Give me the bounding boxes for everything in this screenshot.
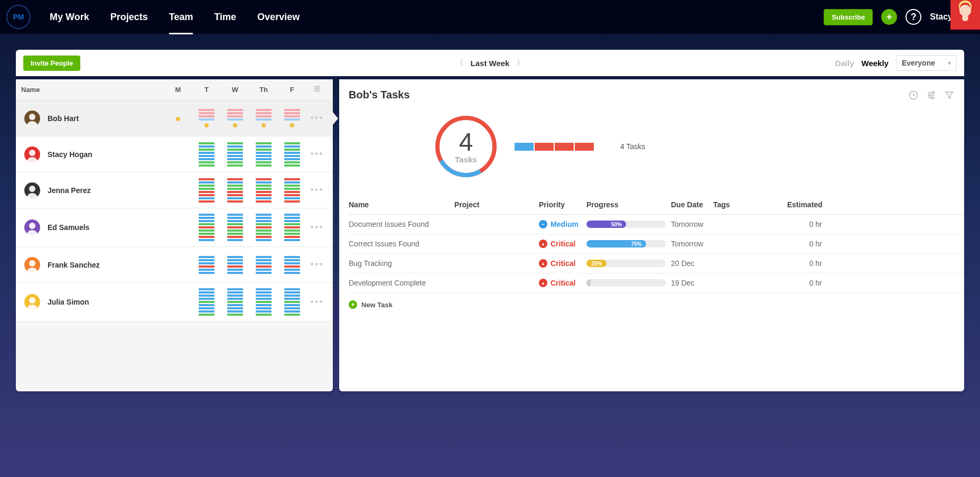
top-nav: PM My WorkProjectsTeamTimeOverview Subsc…	[0, 0, 980, 34]
plus-icon: +	[349, 300, 357, 309]
svg-point-14	[29, 297, 35, 304]
task-row[interactable]: Bug Tracking▲Critical25%20 Dec0 hr	[349, 254, 964, 273]
row-menu-icon[interactable]: •••	[306, 222, 328, 233]
col-task-priority: Priority	[539, 200, 586, 209]
svg-point-2	[962, 15, 968, 21]
person-row[interactable]: Frank Sanchez•••	[16, 247, 333, 283]
nav-tab-projects[interactable]: Projects	[110, 1, 148, 33]
svg-point-17	[932, 91, 934, 93]
week-label: Last Week	[471, 59, 510, 68]
detail-tools	[908, 90, 955, 100]
row-menu-icon[interactable]: •••	[306, 149, 328, 160]
nav-tab-overview[interactable]: Overview	[257, 1, 300, 33]
col-task-due: Due Date	[671, 200, 713, 209]
team-panel: Name M T W Th F Bob Hart•••Stacy Hogan••…	[16, 79, 333, 391]
task-name: Correct Issues Found	[349, 240, 454, 248]
col-task-progress: Progress	[586, 200, 671, 209]
sliders-icon[interactable]	[926, 90, 937, 100]
day-cell	[249, 288, 278, 316]
column-settings-icon[interactable]	[306, 85, 328, 95]
col-task-name: Name	[349, 200, 454, 209]
priority-segment	[555, 143, 574, 151]
task-table: Name Project Priority Progress Due Date …	[349, 195, 964, 293]
col-task-project: Project	[454, 200, 539, 209]
dropdown-icon: ▼	[947, 60, 952, 66]
avatar	[24, 257, 40, 273]
help-button[interactable]: ?	[906, 9, 921, 25]
team-filter-select[interactable]: Everyone ▼	[896, 55, 957, 71]
prev-week-button[interactable]: 〈	[456, 58, 463, 68]
clock-icon[interactable]	[908, 90, 919, 100]
app-logo[interactable]: PM	[6, 5, 31, 29]
svg-point-6	[314, 88, 316, 90]
row-menu-icon[interactable]: •••	[306, 297, 328, 308]
next-week-button[interactable]: 〉	[517, 58, 524, 68]
task-priority: ▲Critical	[539, 259, 586, 268]
person-name: Ed Samuels	[48, 223, 89, 232]
task-priority: ▲Critical	[539, 240, 586, 248]
col-day-m: M	[164, 86, 192, 94]
col-task-tags: Tags	[713, 200, 787, 209]
nav-right: Subscribe + ? Stacy	[824, 9, 969, 25]
avatar	[24, 146, 40, 162]
row-menu-icon[interactable]: •••	[306, 185, 328, 196]
person-row[interactable]: Julia Simon•••	[16, 283, 333, 322]
day-cell	[249, 214, 278, 241]
svg-point-21	[931, 96, 934, 98]
col-task-est: Estimated	[787, 200, 829, 209]
new-task-button[interactable]: + New Task	[349, 293, 964, 316]
subscribe-button[interactable]: Subscribe	[824, 9, 873, 25]
day-cell	[192, 288, 221, 316]
day-cell	[278, 178, 306, 203]
task-row[interactable]: Document Issues Found−Medium50%Tomorrow0…	[349, 215, 964, 234]
day-cell	[164, 115, 192, 121]
row-menu-icon[interactable]: •••	[306, 259, 328, 270]
task-est: 0 hr	[787, 220, 829, 228]
view-toggle: Daily Weekly Everyone ▼	[835, 55, 957, 71]
task-name: Document Issues Found	[349, 220, 454, 228]
row-menu-icon[interactable]: •••	[306, 113, 328, 124]
user-avatar[interactable]	[950, 0, 980, 30]
task-row[interactable]: Correct Issues Found▲Critical75%Tomorrow…	[349, 234, 964, 254]
view-weekly-tab[interactable]: Weekly	[862, 59, 889, 68]
nav-tab-team[interactable]: Team	[169, 1, 193, 33]
person-row[interactable]: Ed Samuels•••	[16, 208, 333, 247]
task-progress: 75%	[586, 240, 671, 247]
col-day-w: W	[221, 86, 249, 94]
task-header-row: Name Project Priority Progress Due Date …	[349, 195, 964, 215]
task-due: Tomorrow	[671, 240, 713, 248]
nav-tab-time[interactable]: Time	[214, 1, 236, 33]
day-cell	[249, 109, 278, 127]
view-daily-tab[interactable]: Daily	[835, 59, 854, 68]
tasks-count-label: 4 Tasks	[620, 142, 645, 151]
priority-segment	[575, 143, 594, 151]
task-est: 0 hr	[787, 259, 829, 268]
week-navigator: 〈 Last Week 〉	[456, 58, 525, 68]
task-est: 0 hr	[787, 279, 829, 287]
avatar	[24, 111, 40, 126]
day-cell	[278, 214, 306, 241]
task-row[interactable]: Development Complete▲Critical19 Dec0 hr	[349, 273, 964, 293]
day-cell	[192, 256, 221, 274]
person-row[interactable]: Stacy Hogan•••	[16, 136, 333, 172]
avatar	[24, 219, 40, 235]
task-due: 20 Dec	[671, 259, 713, 268]
donut-label: Tasks	[455, 155, 477, 164]
day-cell	[192, 214, 221, 241]
col-day-th: Th	[249, 86, 278, 94]
task-est: 0 hr	[787, 240, 829, 248]
day-cell	[221, 214, 249, 241]
nav-tab-my-work[interactable]: My Work	[50, 1, 89, 33]
day-cell	[221, 109, 249, 127]
person-row[interactable]: Jenna Perez•••	[16, 172, 333, 208]
person-row[interactable]: Bob Hart•••	[16, 100, 333, 136]
avatar	[24, 294, 40, 310]
priority-segment	[535, 143, 554, 151]
filter-icon[interactable]	[944, 90, 955, 100]
svg-point-10	[29, 150, 35, 156]
invite-button[interactable]: Invite People	[23, 56, 80, 71]
people-list: Bob Hart•••Stacy Hogan•••Jenna Perez•••E…	[16, 100, 333, 322]
day-cell	[278, 109, 306, 127]
add-button[interactable]: +	[881, 9, 897, 25]
nav-tabs: My WorkProjectsTeamTimeOverview	[50, 1, 300, 33]
